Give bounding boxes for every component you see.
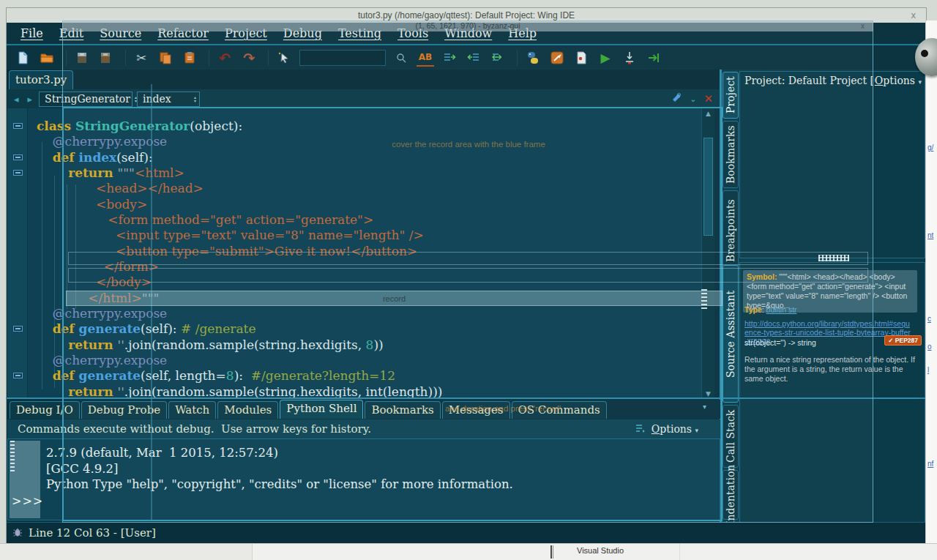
drag-handle[interactable] [701, 287, 707, 309]
background-link-fragment: nt [927, 231, 933, 239]
open-folder-icon[interactable] [38, 49, 56, 67]
new-file-icon[interactable] [14, 49, 31, 67]
nav-back-icon[interactable]: ◂ [12, 94, 21, 105]
byzanz-row [68, 252, 868, 265]
byzanz-hint-text: cover the record area with the blue fram… [351, 140, 586, 149]
background-link-fragment: g/ [927, 143, 933, 152]
taskbar-divider [679, 544, 680, 560]
chevron-down-icon: ▾ [918, 78, 922, 86]
byzanz-title: (1, 65, 1621, 970) - byzanz-gui [62, 20, 873, 31]
background-link-fragment: l [927, 366, 929, 374]
record-area-frame[interactable] [62, 107, 723, 521]
fold-marker-icon[interactable] [13, 326, 23, 332]
byzanz-title-bar[interactable]: (1, 65, 1621, 970) - byzanz-gui x [62, 20, 873, 31]
byzanz-row [68, 268, 868, 283]
fold-marker-icon[interactable] [13, 373, 23, 378]
bug-icon[interactable] [12, 526, 23, 540]
taskbar: Visual Studio [0, 543, 937, 560]
status-bar: Line 12 Col 63 - [User] [7, 522, 926, 543]
background-link-fragment: o [927, 343, 932, 351]
desktop: tutor3.py (/home/gaoy/qttest): Default P… [0, 0, 937, 560]
pep287-badge[interactable]: ✓ PEP287 [884, 335, 922, 346]
fold-marker-icon[interactable] [13, 170, 23, 176]
byzanz-close-button[interactable]: x [861, 20, 865, 31]
background-link-fragment: c [927, 315, 931, 323]
taskbar-item-visual-studio[interactable]: Visual Studio [577, 546, 624, 555]
menu-file[interactable]: File [14, 26, 50, 40]
background-link-fragment: nf [927, 460, 933, 468]
desktop-orb-hole [921, 50, 928, 57]
taskbar-segment[interactable] [0, 544, 253, 560]
record-button[interactable]: record [66, 291, 723, 306]
drag-handle[interactable] [818, 255, 849, 261]
drag-handle[interactable] [10, 439, 15, 471]
code-token [37, 368, 53, 383]
fold-marker-icon[interactable] [13, 123, 23, 129]
byzanz-hint-text: and duration and press 'record' [445, 404, 561, 413]
nav-forward-icon[interactable]: ▸ [26, 94, 35, 105]
project-options-button[interactable]: Options ▾ [875, 75, 922, 86]
fold-marker-icon[interactable] [13, 154, 23, 160]
editor-gutter [7, 108, 28, 399]
code-token [37, 150, 53, 165]
background-window-sliver: g/ntcolnf [925, 20, 937, 543]
cursor-position-text: Line 12 Col 63 - [User] [29, 526, 156, 540]
window-close-button[interactable]: x [911, 8, 917, 23]
code-token [37, 321, 53, 336]
taskbar-divider [550, 545, 553, 559]
shell-prompt: >>> [12, 494, 43, 508]
